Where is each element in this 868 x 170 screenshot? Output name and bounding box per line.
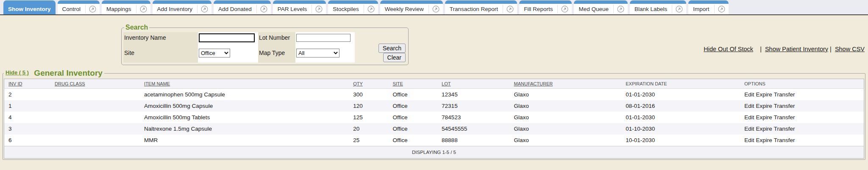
external-link-icon[interactable] xyxy=(558,4,572,14)
cell-item-name: Amoxicillin 500mg Tablets xyxy=(140,112,349,123)
sort-column-link[interactable]: LOT xyxy=(442,81,451,86)
cell-options: EditExpireTransfer xyxy=(740,123,864,134)
external-link-icon[interactable] xyxy=(503,4,517,14)
hide-count-link[interactable]: Hide ( 5 ) xyxy=(6,69,29,76)
nav-tab[interactable]: Import xyxy=(688,0,728,14)
page-content: Search Inventory Name Lot Number Site Of… xyxy=(0,15,868,169)
expire-link[interactable]: Expire xyxy=(756,91,772,98)
cell-lot: 784523 xyxy=(437,112,509,123)
external-link-icon[interactable] xyxy=(198,4,211,14)
nav-tab-label: Blank Labels xyxy=(630,4,672,14)
paging-status: DISPLAYING 1-5 / 5 xyxy=(4,146,864,159)
external-link-icon[interactable] xyxy=(364,4,378,14)
sort-column-link[interactable]: MANUFACTURER xyxy=(514,81,553,86)
expire-link[interactable]: Expire xyxy=(756,114,772,121)
table-row: 3 Naltrexone 1.5mg Capsule 20 Office 545… xyxy=(4,123,864,134)
lot-number-input[interactable] xyxy=(296,34,351,42)
column-header-label: OPTIONS xyxy=(744,81,765,86)
column-header: LOT xyxy=(437,79,509,89)
expire-link[interactable]: Expire xyxy=(756,137,772,143)
edit-link[interactable]: Edit xyxy=(744,91,754,98)
transfer-link[interactable]: Transfer xyxy=(774,137,795,143)
nav-tab[interactable]: Mappings xyxy=(102,0,150,14)
sort-column-link[interactable]: DRUG CLASS xyxy=(55,81,85,86)
edit-link[interactable]: Edit xyxy=(744,103,754,109)
expire-link[interactable]: Expire xyxy=(756,126,772,132)
table-row: 1 Amoxicillin 500mg Capsule 120 Office 7… xyxy=(4,100,864,112)
map-type-select[interactable]: All xyxy=(296,49,339,58)
nav-tab[interactable]: Blank Labels xyxy=(630,0,686,14)
transfer-link[interactable]: Transfer xyxy=(774,114,795,121)
inventory-name-input[interactable] xyxy=(199,33,255,42)
column-header: DRUG CLASS xyxy=(50,79,140,89)
edit-link[interactable]: Edit xyxy=(744,137,754,143)
external-link-icon[interactable] xyxy=(715,4,729,14)
cell-qty: 300 xyxy=(349,89,388,101)
cell-item-name: acetaminophen 500mg Capsule xyxy=(140,89,349,101)
table-row: 6 MMR 25 Office 88888 Glaxo 10-01-2030 E… xyxy=(4,134,864,146)
cell-item-name: Naltrexone 1.5mg Capsule xyxy=(140,123,349,134)
cell-drug-class xyxy=(50,89,140,101)
external-link-icon[interactable] xyxy=(86,4,100,14)
nav-tab-label: Add Donated xyxy=(214,4,256,14)
nav-tab[interactable]: Add Inventory xyxy=(153,0,211,14)
cell-expiration-date: 01-01-2030 xyxy=(621,89,740,101)
nav-tab[interactable]: Transaction Report xyxy=(445,0,517,14)
column-header: MANUFACTURER xyxy=(510,79,622,89)
column-header: SITE xyxy=(388,79,437,89)
edit-link[interactable]: Edit xyxy=(744,126,754,132)
nav-tab[interactable]: Show Inventory xyxy=(3,0,56,14)
cell-inv-id: 1 xyxy=(4,100,51,112)
cell-site: Office xyxy=(388,123,437,134)
site-select[interactable]: Office xyxy=(199,49,230,58)
cell-drug-class xyxy=(50,112,140,123)
nav-tab[interactable]: Stockpiles xyxy=(328,0,378,14)
column-header: EXPIRATION DATE xyxy=(621,79,740,89)
transfer-link[interactable]: Transfer xyxy=(774,103,795,109)
cell-drug-class xyxy=(50,100,140,112)
sort-column-link[interactable]: ITEM NAME xyxy=(144,81,170,86)
nav-tab-label: Import xyxy=(688,4,714,14)
cell-qty: 125 xyxy=(349,112,388,123)
transfer-link[interactable]: Transfer xyxy=(774,126,795,132)
cell-inv-id: 3 xyxy=(4,123,51,134)
search-button[interactable]: Search xyxy=(378,44,406,53)
external-link-icon[interactable] xyxy=(672,4,686,14)
cell-expiration-date: 01-01-2030 xyxy=(621,112,740,123)
cell-qty: 20 xyxy=(349,123,388,134)
nav-tab[interactable]: Fill Reports xyxy=(519,0,572,14)
clear-button[interactable]: Clear xyxy=(383,53,406,62)
sort-column-link[interactable]: QTY xyxy=(353,81,363,86)
external-link-icon[interactable] xyxy=(312,4,326,14)
nav-tab[interactable]: Control xyxy=(58,0,100,14)
cell-site: Office xyxy=(388,134,437,146)
external-link-icon[interactable] xyxy=(257,4,271,14)
nav-tab[interactable]: Weekly Review xyxy=(380,0,443,14)
sort-column-link[interactable]: SITE xyxy=(392,81,403,86)
sort-column-link[interactable]: INV ID xyxy=(8,81,22,86)
expire-link[interactable]: Expire xyxy=(756,103,772,109)
show-patient-inventory-link[interactable]: Show Patient Inventory xyxy=(765,46,828,52)
column-header: INV ID xyxy=(4,79,51,89)
nav-tab[interactable]: Med Queue xyxy=(574,0,628,14)
nav-tab[interactable]: Add Donated xyxy=(214,0,271,14)
search-panel-title: Search xyxy=(124,24,149,31)
cell-manufacturer: Glaxo xyxy=(510,123,622,134)
hide-out-of-stock-link[interactable]: Hide Out Of Stock xyxy=(704,46,753,52)
cell-inv-id: 4 xyxy=(4,112,51,123)
edit-link[interactable]: Edit xyxy=(744,114,754,121)
nav-tab-label: Fill Reports xyxy=(519,4,557,14)
site-label: Site xyxy=(123,43,198,63)
column-header: ITEM NAME xyxy=(140,79,349,89)
nav-tab-label: Control xyxy=(58,4,86,14)
general-inventory-legend: Hide ( 5 ) General Inventory xyxy=(4,69,104,78)
nav-tab-label: Med Queue xyxy=(574,4,613,14)
nav-tab[interactable]: PAR Levels xyxy=(273,0,326,14)
external-link-icon[interactable] xyxy=(429,4,443,14)
transfer-link[interactable]: Transfer xyxy=(774,91,795,98)
show-csv-link[interactable]: Show CSV xyxy=(835,46,865,52)
cell-item-name: Amoxicillin 500mg Capsule xyxy=(140,100,349,112)
cell-options: EditExpireTransfer xyxy=(740,100,864,112)
external-link-icon[interactable] xyxy=(614,4,628,14)
external-link-icon[interactable] xyxy=(136,4,150,14)
